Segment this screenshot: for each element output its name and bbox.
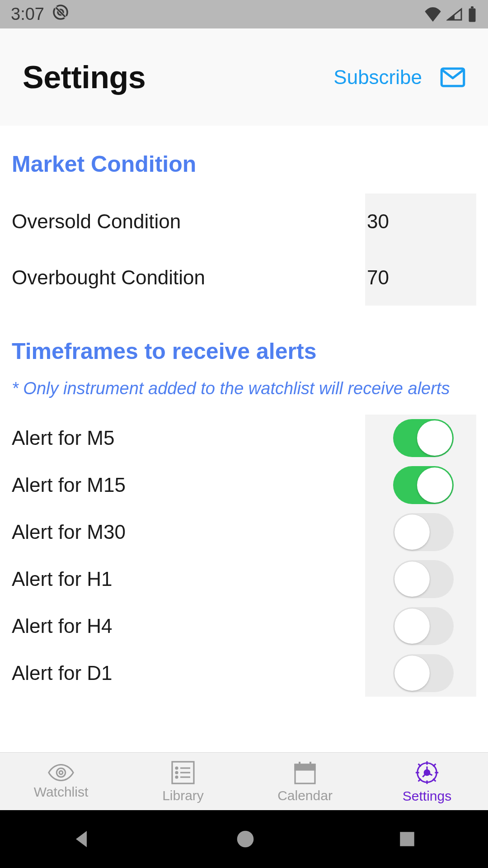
section-title-market: Market Condition bbox=[12, 151, 476, 177]
section-note-timeframes: * Only instrument added to the watchlist… bbox=[12, 379, 476, 398]
tab-calendar[interactable]: Calendar bbox=[244, 753, 366, 810]
tab-bar: Watchlist Library bbox=[0, 752, 488, 810]
signal-icon bbox=[446, 7, 463, 22]
tab-watchlist[interactable]: Watchlist bbox=[0, 753, 122, 810]
toggle-alert-m5[interactable] bbox=[393, 419, 454, 457]
toggle-alert-m15[interactable] bbox=[393, 466, 454, 504]
label-overbought: Overbought Condition bbox=[12, 266, 205, 289]
toggle-alert-h1[interactable] bbox=[393, 560, 454, 598]
row-alert-m30: Alert for M30 bbox=[12, 509, 476, 556]
tab-settings[interactable]: Settings bbox=[366, 753, 488, 810]
subscribe-button[interactable]: Subscribe bbox=[333, 66, 422, 89]
svg-point-5 bbox=[59, 771, 63, 774]
label-alert-h4: Alert for H4 bbox=[12, 615, 113, 637]
toggle-alert-d1[interactable] bbox=[393, 654, 454, 692]
tab-label: Watchlist bbox=[34, 784, 89, 800]
svg-point-30 bbox=[237, 831, 254, 848]
row-oversold: Oversold Condition 30 bbox=[12, 193, 476, 250]
input-overbought[interactable]: 70 bbox=[365, 250, 476, 306]
toggle-alert-m30[interactable] bbox=[393, 513, 454, 551]
mail-icon[interactable] bbox=[440, 67, 465, 87]
input-oversold[interactable]: 30 bbox=[365, 193, 476, 250]
svg-point-9 bbox=[176, 772, 178, 774]
nav-recent-icon[interactable] bbox=[398, 830, 417, 849]
row-alert-m5: Alert for M5 bbox=[12, 415, 476, 462]
row-alert-h4: Alert for H4 bbox=[12, 603, 476, 650]
svg-rect-1 bbox=[469, 8, 476, 22]
svg-line-26 bbox=[418, 778, 421, 781]
label-alert-m30: Alert for M30 bbox=[12, 521, 126, 543]
row-alert-m15: Alert for M15 bbox=[12, 462, 476, 509]
svg-line-23 bbox=[418, 764, 421, 766]
tab-library[interactable]: Library bbox=[122, 753, 244, 810]
tab-label: Settings bbox=[403, 788, 451, 804]
calendar-icon bbox=[292, 760, 318, 785]
row-alert-d1: Alert for D1 bbox=[12, 650, 476, 697]
svg-line-24 bbox=[433, 778, 436, 781]
list-icon bbox=[170, 760, 196, 785]
svg-line-25 bbox=[433, 764, 436, 766]
status-time: 3:07 bbox=[11, 5, 44, 24]
svg-rect-2 bbox=[471, 6, 474, 9]
label-oversold: Oversold Condition bbox=[12, 210, 181, 233]
svg-point-11 bbox=[176, 776, 178, 778]
dnd-icon bbox=[52, 4, 69, 24]
tab-label: Calendar bbox=[277, 788, 333, 803]
row-overbought: Overbought Condition 70 bbox=[12, 250, 476, 306]
wifi-icon bbox=[424, 7, 442, 22]
svg-rect-14 bbox=[295, 764, 315, 770]
battery-icon bbox=[467, 6, 477, 23]
eye-icon bbox=[47, 764, 75, 782]
svg-rect-31 bbox=[400, 832, 415, 846]
label-alert-m15: Alert for M15 bbox=[12, 474, 126, 496]
label-alert-m5: Alert for M5 bbox=[12, 427, 114, 449]
nav-home-icon[interactable] bbox=[235, 829, 255, 849]
tab-label: Library bbox=[162, 788, 204, 803]
svg-point-4 bbox=[56, 768, 65, 777]
row-alert-h1: Alert for H1 bbox=[12, 556, 476, 603]
gear-icon bbox=[414, 760, 440, 786]
svg-point-7 bbox=[176, 767, 178, 769]
nav-back-icon[interactable] bbox=[71, 828, 93, 850]
app-header: Settings Subscribe bbox=[0, 28, 488, 126]
page-title: Settings bbox=[23, 59, 145, 95]
android-nav-bar bbox=[0, 810, 488, 868]
status-bar: 3:07 bbox=[0, 0, 488, 28]
label-alert-d1: Alert for D1 bbox=[12, 662, 113, 684]
label-alert-h1: Alert for H1 bbox=[12, 568, 113, 590]
toggle-alert-h4[interactable] bbox=[393, 607, 454, 645]
section-title-timeframes: Timeframes to receive alerts bbox=[12, 338, 476, 364]
